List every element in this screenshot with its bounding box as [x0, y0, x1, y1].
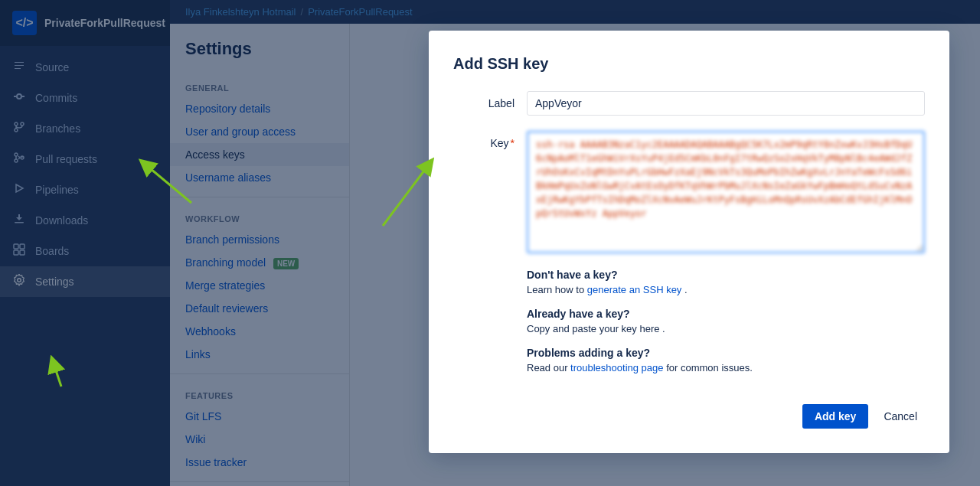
- help-section: Don't have a key? Learn how to generate …: [453, 269, 925, 373]
- help-have-key: Already have a key? Copy and paste your …: [527, 308, 925, 334]
- help-problems-text: Read our troubleshooting page for common…: [527, 362, 925, 373]
- cancel-button[interactable]: Cancel: [876, 404, 925, 429]
- label-input[interactable]: [527, 91, 925, 116]
- modal-title: Add SSH key: [453, 55, 925, 73]
- key-textarea[interactable]: ssh-rsa AAAAB3NzaC1yc2EAAAADAQABAAABgQC5…: [527, 131, 925, 253]
- label-field-label: Label: [453, 91, 514, 109]
- modal-overlay: Add SSH key Label Key ssh-rsa AAAAB3NzaC…: [0, 0, 980, 486]
- help-no-key-text: Learn how to generate an SSH key .: [527, 284, 925, 295]
- help-have-key-title: Already have a key?: [527, 308, 925, 320]
- help-problems-title: Problems adding a key?: [527, 347, 925, 359]
- modal-footer: Add key Cancel: [453, 392, 925, 429]
- help-have-key-text: Copy and paste your key here .: [527, 323, 925, 334]
- troubleshooting-page-link[interactable]: troubleshooting page: [570, 362, 663, 373]
- help-problems: Problems adding a key? Read our troubles…: [527, 347, 925, 373]
- add-ssh-key-modal: Add SSH key Label Key ssh-rsa AAAAB3NzaC…: [429, 31, 949, 453]
- key-form-row: Key ssh-rsa AAAAB3NzaC1yc2EAAAADAQABAAAB…: [453, 131, 925, 253]
- add-key-button[interactable]: Add key: [802, 404, 868, 429]
- help-no-key: Don't have a key? Learn how to generate …: [527, 269, 925, 295]
- help-no-key-title: Don't have a key?: [527, 269, 925, 281]
- generate-ssh-key-link[interactable]: generate an SSH key: [587, 284, 682, 295]
- key-field-label: Key: [453, 131, 514, 149]
- label-form-row: Label: [453, 91, 925, 116]
